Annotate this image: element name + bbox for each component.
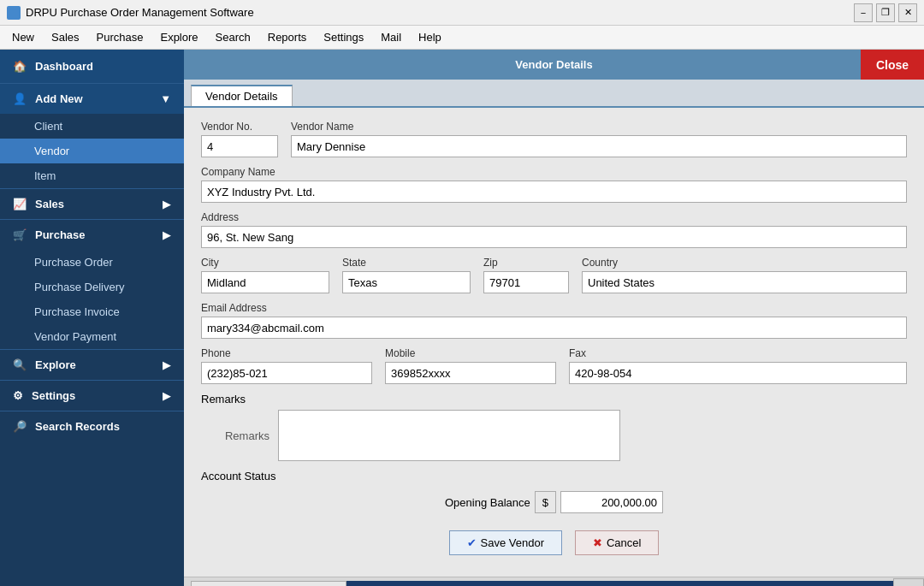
address-label: Address xyxy=(201,211,907,223)
menu-reports[interactable]: Reports xyxy=(259,27,316,47)
app-title: DRPU Purchase Order Management Software xyxy=(26,6,254,19)
email-label: Email Address xyxy=(201,302,907,314)
panel-title: Vendor Details xyxy=(515,58,592,71)
search-records-icon: 🔎 xyxy=(13,420,27,433)
cancel-label: Cancel xyxy=(607,536,641,549)
button-row: ✔ Save Vendor ✖ Cancel xyxy=(201,522,907,564)
opening-balance-row: Opening Balance $ xyxy=(201,491,907,513)
sidebar-purchase[interactable]: 🛒 Purchase ▶ xyxy=(0,219,184,250)
state-group: State xyxy=(342,257,471,293)
sidebar-dashboard[interactable]: 🏠 Dashboard xyxy=(0,50,184,83)
restore-button[interactable]: ❐ xyxy=(876,3,895,22)
sidebar-item-client[interactable]: Client xyxy=(0,114,184,139)
save-vendor-button[interactable]: ✔ Save Vendor xyxy=(449,530,562,555)
country-group: Country xyxy=(582,257,907,293)
add-new-icon: 👤 xyxy=(13,92,27,105)
account-status-section: Account Status Opening Balance $ xyxy=(201,470,907,513)
sales-arrow: ▶ xyxy=(163,198,171,210)
dashboard-label: Dashboard xyxy=(35,60,93,73)
vendor-name-input[interactable] xyxy=(291,135,907,157)
menu-bar: New Sales Purchase Explore Search Report… xyxy=(0,26,924,50)
city-input[interactable] xyxy=(201,271,329,293)
menu-sales[interactable]: Sales xyxy=(43,27,88,47)
zip-group: Zip xyxy=(483,257,569,293)
country-input[interactable] xyxy=(582,271,907,293)
address-group: Address xyxy=(201,211,907,248)
city-label: City xyxy=(201,257,329,269)
remarks-inner: Remarks xyxy=(201,410,907,461)
close-window-button[interactable]: ✕ xyxy=(898,3,917,22)
sidebar-sales[interactable]: 📈 Sales ▶ xyxy=(0,188,184,219)
search-records-label: Search Records xyxy=(35,420,120,433)
settings-icon: ⚙ xyxy=(13,389,23,402)
fax-input[interactable] xyxy=(569,362,907,384)
remarks-section: Remarks Remarks xyxy=(201,393,907,461)
menu-new[interactable]: New xyxy=(3,27,43,47)
phone-input[interactable] xyxy=(201,362,372,384)
sidebar-item-vendor-payment[interactable]: Vendor Payment xyxy=(0,324,184,349)
menu-help[interactable]: Help xyxy=(410,27,450,47)
zip-input[interactable] xyxy=(483,271,569,293)
menu-purchase[interactable]: Purchase xyxy=(88,27,152,47)
fax-group: Fax xyxy=(569,347,907,384)
menu-settings[interactable]: Settings xyxy=(315,27,372,47)
dashboard-icon: 🏠 xyxy=(13,60,27,73)
content-area: Vendor Details Close Vendor Details Vend… xyxy=(184,50,924,586)
add-new-label: Add New xyxy=(35,92,83,105)
bottom-bar: 📋 View Existing Vendors BestBillingSoftw… xyxy=(184,577,924,586)
minimize-button[interactable]: − xyxy=(854,3,873,22)
city-state-row: City State Zip Country xyxy=(201,257,907,293)
settings-arrow: ▶ xyxy=(163,389,171,402)
app-icon xyxy=(7,6,21,20)
sidebar-item-purchase-invoice[interactable]: Purchase Invoice xyxy=(0,299,184,324)
vendor-no-label: Vendor No. xyxy=(201,121,278,133)
sidebar-item-purchase-delivery[interactable]: Purchase Delivery xyxy=(0,275,184,299)
save-checkmark-icon: ✔ xyxy=(467,536,477,549)
tab-vendor-details[interactable]: Vendor Details xyxy=(191,85,293,106)
zip-label: Zip xyxy=(483,257,569,269)
vendor-no-input[interactable] xyxy=(201,135,278,157)
sidebar-settings[interactable]: ⚙ Settings ▶ xyxy=(0,380,184,411)
title-bar: DRPU Purchase Order Management Software … xyxy=(0,0,924,26)
sidebar-item-purchase-order[interactable]: Purchase Order xyxy=(0,250,184,275)
sidebar-add-new[interactable]: 👤 Add New ▼ xyxy=(0,83,184,114)
state-label: State xyxy=(342,257,471,269)
cancel-button[interactable]: ✖ Cancel xyxy=(575,530,659,555)
city-group: City xyxy=(201,257,329,293)
best-billing-banner: BestBillingSoftware.com xyxy=(346,581,893,586)
vendor-id-row: Vendor No. Vendor Name xyxy=(201,121,907,157)
sidebar-explore[interactable]: 🔍 Explore ▶ xyxy=(0,349,184,380)
settings-label: Settings xyxy=(32,389,75,402)
sidebar-item-vendor[interactable]: Vendor xyxy=(0,139,184,163)
form-area: Vendor No. Vendor Name Company Name xyxy=(184,108,924,577)
address-row: Address xyxy=(201,211,907,248)
menu-explore[interactable]: Explore xyxy=(151,27,206,47)
email-row: Email Address xyxy=(201,302,907,339)
menu-search[interactable]: Search xyxy=(207,27,259,47)
purchase-label: Purchase xyxy=(35,228,86,241)
company-name-input[interactable] xyxy=(201,181,907,203)
mobile-input[interactable] xyxy=(385,362,556,384)
menu-mail[interactable]: Mail xyxy=(372,27,410,47)
email-group: Email Address xyxy=(201,302,907,339)
sidebar-search-records[interactable]: 🔎 Search Records xyxy=(0,411,184,441)
panel-header: Vendor Details Close xyxy=(184,50,924,80)
help-button[interactable]: ? xyxy=(893,578,924,587)
view-existing-vendors-button[interactable]: 📋 View Existing Vendors xyxy=(191,581,346,586)
purchase-icon: 🛒 xyxy=(13,228,27,241)
address-input[interactable] xyxy=(201,226,907,248)
remarks-input[interactable] xyxy=(278,410,620,461)
email-input[interactable] xyxy=(201,317,907,339)
save-vendor-label: Save Vendor xyxy=(481,536,544,549)
remarks-inner-label: Remarks xyxy=(201,429,270,442)
sidebar-item-item[interactable]: Item xyxy=(0,163,184,188)
close-panel-button[interactable]: Close xyxy=(861,50,924,80)
main-layout: 🏠 Dashboard 👤 Add New ▼ Client Vendor It… xyxy=(0,50,924,586)
state-input[interactable] xyxy=(342,271,471,293)
explore-icon: 🔍 xyxy=(13,358,27,371)
opening-balance-input[interactable] xyxy=(560,491,663,513)
phone-group: Phone xyxy=(201,347,372,384)
mobile-label: Mobile xyxy=(385,347,556,359)
dollar-sign: $ xyxy=(535,491,556,513)
vendor-name-label: Vendor Name xyxy=(291,121,907,133)
